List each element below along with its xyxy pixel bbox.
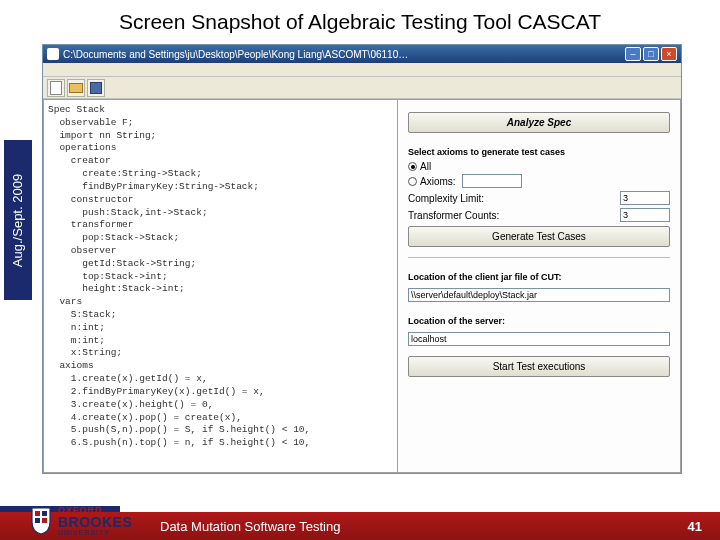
radio-axioms-row[interactable]: Axioms: [408, 174, 670, 188]
transformer-label: Transformer Counts: [408, 210, 616, 221]
axioms-input[interactable] [462, 174, 522, 188]
toolbar [43, 77, 681, 99]
cascat-window: C:\Documents and Settings\ju\Desktop\Peo… [42, 44, 682, 474]
analyze-spec-button[interactable]: Analyze Spec [408, 112, 670, 133]
logo-text: OXFORD BROOKES UNIVERSITY [58, 506, 132, 536]
open-file-icon[interactable] [67, 79, 85, 97]
window-controls: – □ × [625, 47, 677, 61]
maximize-button[interactable]: □ [643, 47, 659, 61]
server-location-input[interactable] [408, 332, 670, 346]
date-label: Aug./Sept. 2009 [11, 173, 26, 266]
logo-university: UNIVERSITY [58, 529, 132, 536]
jar-location-input[interactable] [408, 288, 670, 302]
page-number: 41 [688, 519, 702, 534]
menubar [43, 63, 681, 77]
complexity-input[interactable] [620, 191, 670, 205]
window-title: C:\Documents and Settings\ju\Desktop\Peo… [63, 49, 625, 60]
svg-rect-0 [35, 511, 40, 516]
complexity-row: Complexity Limit: [408, 191, 670, 205]
svg-rect-3 [42, 518, 47, 523]
app-icon [47, 48, 59, 60]
divider [408, 257, 670, 258]
axioms-header: Select axioms to generate test cases [408, 147, 670, 157]
svg-rect-2 [35, 518, 40, 523]
complexity-label: Complexity Limit: [408, 193, 616, 204]
spec-editor[interactable]: Spec Stack observable F; import nn Strin… [43, 99, 398, 473]
transformer-input[interactable] [620, 208, 670, 222]
save-file-icon[interactable] [87, 79, 105, 97]
svg-rect-1 [42, 511, 47, 516]
titlebar: C:\Documents and Settings\ju\Desktop\Peo… [43, 45, 681, 63]
content-area: Spec Stack observable F; import nn Strin… [43, 99, 681, 473]
date-side-tab: Aug./Sept. 2009 [4, 140, 32, 300]
start-tests-button[interactable]: Start Test executions [408, 356, 670, 377]
radio-axioms-label: Axioms: [420, 176, 456, 187]
radio-all-label: All [420, 161, 431, 172]
slide-footer: OXFORD BROOKES UNIVERSITY Data Mutation … [0, 494, 720, 540]
new-file-icon[interactable] [47, 79, 65, 97]
shield-icon [30, 506, 52, 536]
logo-brookes: BROOKES [58, 515, 132, 529]
control-panel: Analyze Spec Select axioms to generate t… [398, 99, 681, 473]
minimize-button[interactable]: – [625, 47, 641, 61]
footer-caption: Data Mutation Software Testing [160, 519, 340, 534]
slide-title: Screen Snapshot of Algebraic Testing Too… [0, 0, 720, 40]
radio-all-icon [408, 162, 417, 171]
radio-all-row[interactable]: All [408, 161, 670, 172]
generate-tests-button[interactable]: Generate Test Cases [408, 226, 670, 247]
jar-location-label: Location of the client jar file of CUT: [408, 272, 670, 282]
close-button[interactable]: × [661, 47, 677, 61]
brookes-logo: OXFORD BROOKES UNIVERSITY [30, 506, 132, 536]
server-location-label: Location of the server: [408, 316, 670, 326]
radio-axioms-icon [408, 177, 417, 186]
transformer-row: Transformer Counts: [408, 208, 670, 222]
